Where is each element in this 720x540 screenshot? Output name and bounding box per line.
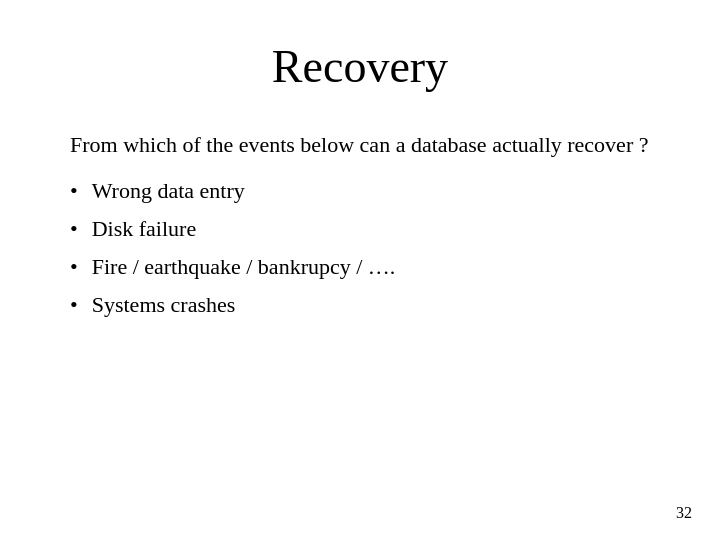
list-item: • Systems crashes	[70, 289, 650, 321]
page-number: 32	[676, 504, 692, 522]
title-area: Recovery	[70, 40, 650, 93]
list-item: • Fire / earthquake / bankrupcy / ….	[70, 251, 650, 283]
bullet-dot: •	[70, 175, 78, 207]
bullet-text-2: Disk failure	[92, 213, 196, 245]
slide-container: Recovery From which of the events below …	[0, 0, 720, 540]
bullet-dot: •	[70, 289, 78, 321]
list-item: • Disk failure	[70, 213, 650, 245]
bullet-list: • Wrong data entry • Disk failure • Fire…	[70, 175, 650, 321]
bullet-dot: •	[70, 213, 78, 245]
intro-text: From which of the events below can a dat…	[70, 129, 650, 161]
bullet-dot: •	[70, 251, 78, 283]
bullet-text-4: Systems crashes	[92, 289, 236, 321]
bullet-text-3: Fire / earthquake / bankrupcy / ….	[92, 251, 396, 283]
list-item: • Wrong data entry	[70, 175, 650, 207]
content-area: From which of the events below can a dat…	[70, 129, 650, 320]
slide-title: Recovery	[70, 40, 650, 93]
bullet-text-1: Wrong data entry	[92, 175, 245, 207]
